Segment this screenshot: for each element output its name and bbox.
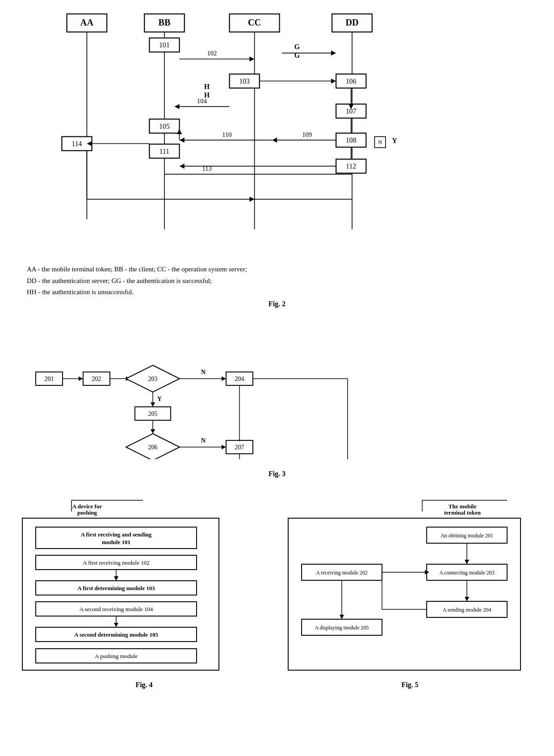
svg-marker-43 (272, 138, 277, 143)
svg-text:108: 108 (346, 136, 357, 144)
fig2-legend-line1: AA - the mobile terminal token; BB - the… (27, 266, 247, 273)
svg-text:G: G (294, 51, 300, 59)
fig4-svg: A device for pushing A first receiving a… (18, 491, 232, 679)
svg-text:109: 109 (302, 131, 312, 138)
svg-text:101: 101 (159, 41, 170, 49)
svg-text:102: 102 (207, 50, 217, 57)
fig5-container: The mobile terminal token An obtining mo… (284, 491, 536, 689)
svg-text:G: G (294, 43, 300, 51)
svg-text:A first receiving and sending: A first receiving and sending (81, 531, 152, 538)
svg-text:N: N (201, 437, 206, 444)
fig5-label: Fig. 5 (284, 681, 536, 689)
svg-text:104: 104 (197, 97, 207, 105)
svg-text:An obtining module 201: An obtining module 201 (441, 532, 493, 539)
svg-text:A second receiving module 104: A second receiving module 104 (80, 606, 153, 612)
svg-marker-34 (174, 104, 179, 109)
svg-text:BB: BB (159, 17, 171, 27)
svg-text:AA: AA (80, 17, 94, 27)
svg-text:105: 105 (159, 122, 170, 130)
svg-text:N: N (201, 369, 206, 376)
svg-text:H: H (204, 83, 210, 90)
svg-text:207: 207 (235, 444, 244, 451)
svg-text:terminal token: terminal token (444, 509, 481, 516)
svg-text:A receiving module 202: A receiving module 202 (316, 570, 368, 576)
fig2-legend-line3: HH - the authentication is unsuccessful. (27, 288, 134, 296)
svg-text:DD: DD (345, 17, 358, 27)
fig4-label: Fig. 4 (18, 681, 270, 689)
fig2-svg: AA BB CC DD 101 102 (18, 9, 536, 259)
svg-text:206: 206 (148, 444, 158, 451)
svg-marker-95 (151, 429, 155, 434)
svg-text:103: 103 (239, 77, 250, 85)
fig3-svg: 201 202 203 N 204 Y 20 (18, 316, 420, 459)
svg-text:Y: Y (392, 137, 398, 144)
fig3-label: Fig. 3 (18, 470, 536, 478)
svg-text:202: 202 (92, 376, 101, 382)
svg-marker-26 (331, 79, 336, 84)
svg-text:CC: CC (248, 17, 261, 27)
svg-text:module 101: module 101 (102, 539, 130, 545)
svg-text:A connecting module 203: A connecting module 203 (439, 570, 495, 576)
svg-marker-90 (151, 402, 155, 407)
svg-text:205: 205 (148, 410, 158, 417)
fig4-container: A device for pushing A first receiving a… (18, 491, 270, 689)
svg-marker-20 (331, 51, 336, 55)
svg-text:A pushing module: A pushing module (95, 653, 138, 659)
fig2-legend-line2: DD - the authentication server; GG - the… (27, 277, 212, 284)
svg-text:204: 204 (235, 376, 244, 382)
svg-text:106: 106 (346, 77, 357, 85)
page: AA BB CC DD 101 102 (0, 0, 554, 698)
svg-text:A sending module 204: A sending module 204 (443, 607, 491, 613)
svg-marker-77 (79, 376, 83, 381)
fig45-row: A device for pushing A first receiving a… (18, 491, 536, 689)
svg-text:112: 112 (346, 162, 356, 170)
fig2-diagram: AA BB CC DD 101 102 (18, 9, 536, 259)
fig2-legend: AA - the mobile terminal token; BB - the… (18, 264, 536, 298)
svg-marker-73 (249, 197, 254, 202)
svg-text:Y: Y (157, 396, 162, 402)
svg-text:110: 110 (222, 131, 231, 138)
svg-text:pushing: pushing (77, 509, 97, 516)
svg-marker-15 (249, 56, 254, 61)
svg-text:A first receiving module 102: A first receiving module 102 (83, 559, 149, 566)
svg-text:N: N (378, 139, 382, 145)
svg-marker-61 (180, 164, 185, 169)
svg-text:201: 201 (45, 376, 54, 382)
fig2-label: Fig. 2 (18, 300, 536, 308)
svg-text:113: 113 (202, 165, 212, 172)
svg-text:111: 111 (159, 148, 169, 155)
svg-text:A device for: A device for (72, 503, 102, 510)
svg-marker-99 (222, 445, 226, 449)
fig3-diagram: 201 202 203 N 204 Y 20 (18, 316, 536, 468)
svg-text:A displaying module 205: A displaying module 205 (315, 625, 369, 631)
svg-text:203: 203 (148, 376, 158, 382)
svg-text:A second determining module 10: A second determining module 105 (74, 631, 158, 638)
svg-text:A first determining module 103: A first determining module 103 (77, 585, 155, 591)
svg-marker-46 (180, 138, 185, 143)
svg-marker-85 (222, 376, 226, 381)
fig5-svg: The mobile terminal token An obtining mo… (284, 491, 529, 679)
svg-text:The mobile: The mobile (449, 503, 477, 510)
svg-text:114: 114 (72, 140, 82, 148)
